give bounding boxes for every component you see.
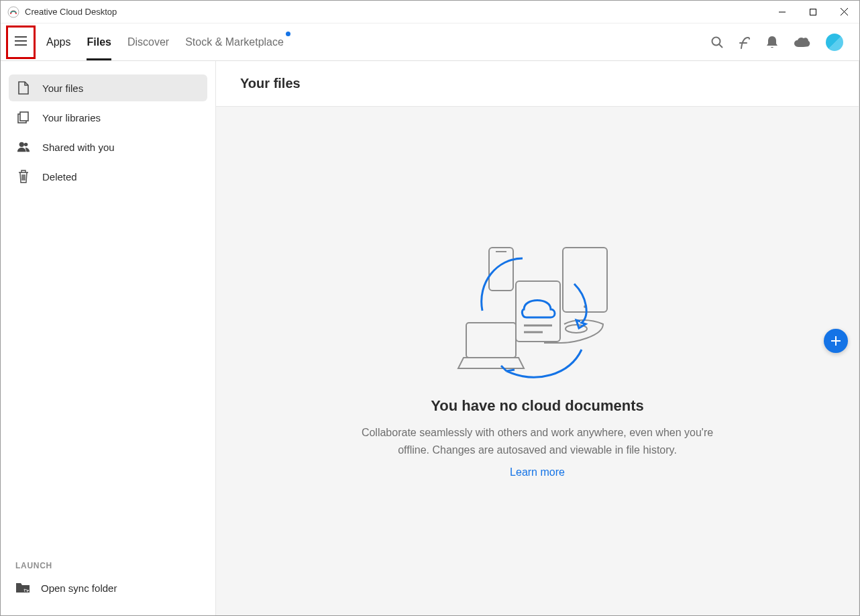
page-title: Your files — [216, 61, 859, 107]
svg-point-0 — [8, 7, 19, 17]
bell-icon — [765, 35, 779, 50]
tab-label: Discover — [127, 36, 169, 48]
launch-section-label: LAUNCH — [9, 554, 207, 576]
tab-stock-marketplace[interactable]: Stock & Marketplace — [177, 23, 292, 60]
main-panel: Your files — [215, 61, 859, 615]
app-icon — [7, 6, 19, 18]
sidebar-item-label: Your libraries — [42, 112, 101, 123]
profile-avatar[interactable] — [826, 34, 843, 51]
svg-line-9 — [719, 44, 722, 48]
open-sync-folder[interactable]: Open sync folder — [9, 576, 207, 609]
tab-label: Files — [87, 36, 111, 48]
svg-rect-18 — [466, 323, 516, 358]
cloud-icon — [794, 36, 811, 48]
content-area: Your files Your libraries Shared with yo… — [1, 61, 859, 615]
svg-rect-11 — [20, 112, 28, 121]
maximize-button[interactable] — [798, 1, 828, 23]
tab-apps[interactable]: Apps — [38, 23, 78, 60]
empty-state-description: Collaborate seamlessly with others and w… — [350, 424, 725, 458]
fonts-icon — [739, 35, 751, 50]
add-button[interactable] — [824, 329, 848, 353]
window-title: Creative Cloud Desktop — [25, 7, 117, 17]
tab-label: Stock & Marketplace — [185, 36, 284, 48]
file-icon — [17, 81, 30, 95]
window-controls — [767, 1, 859, 23]
search-button[interactable] — [710, 36, 724, 49]
svg-point-12 — [19, 142, 24, 147]
tab-files[interactable]: Files — [78, 23, 119, 60]
minimize-button[interactable] — [767, 1, 798, 23]
people-icon — [17, 141, 30, 153]
empty-state-title: You have no cloud documents — [431, 397, 643, 415]
libraries-icon — [17, 111, 30, 123]
top-nav: Apps Files Discover Stock & Marketplace — [1, 23, 859, 61]
svg-point-13 — [24, 143, 28, 146]
empty-state-illustration — [457, 244, 618, 384]
sidebar-item-deleted[interactable]: Deleted — [9, 163, 207, 190]
sidebar-item-label: Your files — [42, 83, 83, 94]
hamburger-icon — [14, 36, 28, 46]
cloud-status-button[interactable] — [794, 36, 811, 48]
sidebar-item-your-libraries[interactable]: Your libraries — [9, 104, 207, 131]
folder-sync-icon — [15, 581, 30, 595]
sidebar-item-your-files[interactable]: Your files — [9, 74, 207, 101]
sidebar-item-label: Deleted — [42, 171, 77, 183]
notifications-button[interactable] — [765, 35, 779, 50]
notification-dot-icon — [286, 32, 290, 36]
close-button[interactable] — [828, 1, 859, 23]
sidebar-item-shared[interactable]: Shared with you — [9, 134, 207, 160]
svg-rect-16 — [489, 248, 513, 291]
sync-label: Open sync folder — [41, 582, 117, 594]
fonts-button[interactable] — [739, 35, 751, 50]
hamburger-highlight — [6, 25, 36, 59]
empty-state: You have no cloud documents Collaborate … — [216, 107, 859, 615]
tab-discover[interactable]: Discover — [119, 23, 177, 60]
menu-button[interactable] — [10, 32, 32, 53]
svg-rect-2 — [810, 9, 816, 15]
sidebar-item-label: Shared with you — [42, 142, 115, 153]
trash-icon — [17, 170, 30, 183]
sidebar: Your files Your libraries Shared with yo… — [1, 61, 215, 615]
learn-more-link[interactable]: Learn more — [510, 466, 565, 478]
tab-label: Apps — [46, 36, 70, 48]
plus-icon — [830, 336, 841, 346]
search-icon — [710, 36, 724, 49]
window-titlebar: Creative Cloud Desktop — [1, 1, 859, 23]
svg-point-8 — [712, 37, 720, 45]
